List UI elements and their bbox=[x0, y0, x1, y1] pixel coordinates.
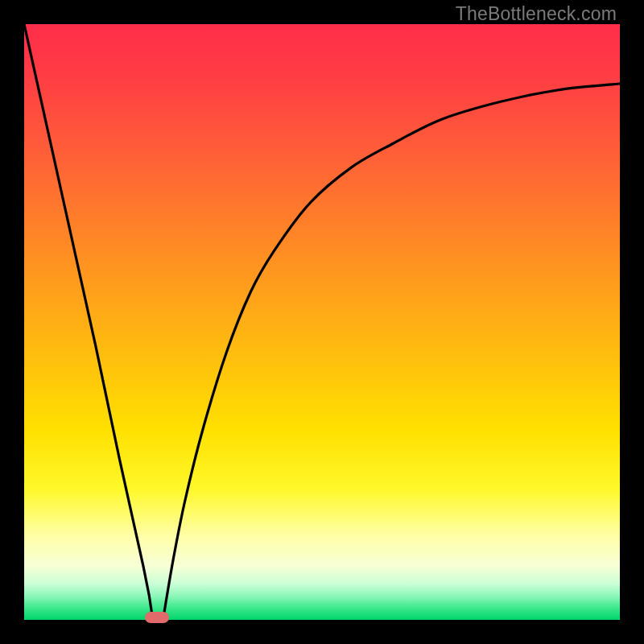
bottleneck-curve bbox=[24, 24, 620, 620]
curve-path bbox=[24, 24, 620, 620]
plot-area bbox=[24, 24, 620, 620]
watermark-text: TheBottleneck.com bbox=[456, 3, 617, 25]
minimum-marker bbox=[145, 612, 169, 623]
chart-frame: TheBottleneck.com bbox=[0, 0, 644, 644]
